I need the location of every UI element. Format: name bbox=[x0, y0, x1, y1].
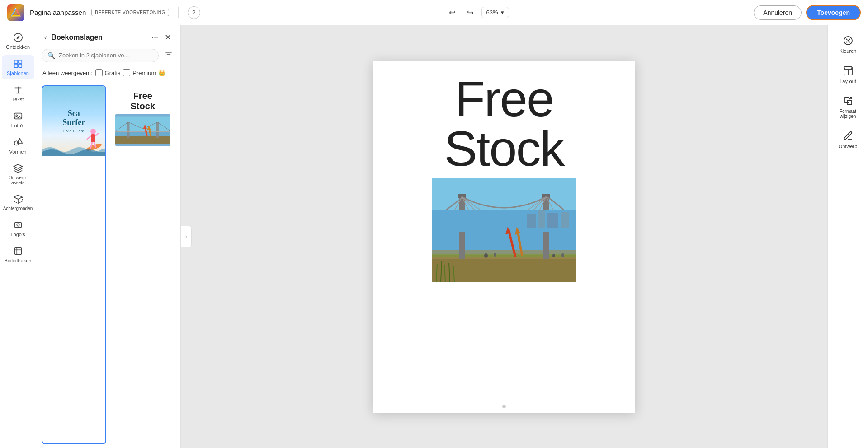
compass-icon bbox=[13, 33, 23, 42]
sidebar-label-sjablonen: Sjablonen bbox=[7, 70, 29, 76]
annuleren-button[interactable]: Annuleren bbox=[754, 5, 802, 20]
svg-rect-64 bbox=[527, 214, 536, 228]
premium-checkbox[interactable] bbox=[123, 69, 130, 76]
zoom-selector[interactable]: 63% ▾ bbox=[481, 7, 509, 18]
sidebar-label-achtergronden: Achtergronden bbox=[3, 206, 33, 211]
search-input-wrap: 🔍 bbox=[42, 49, 159, 62]
card-free-stock-content: FreeStock bbox=[112, 86, 175, 156]
templates-panel: ‹ Boekomslagen ··· ✕ 🔍 Alleen bbox=[36, 25, 181, 448]
sidebar-item-sjablonen[interactable]: Sjablonen bbox=[2, 55, 34, 79]
svg-rect-67 bbox=[561, 212, 569, 228]
sidebar-label-tekst: Tekst bbox=[12, 97, 24, 102]
svg-rect-65 bbox=[538, 210, 545, 228]
sidebar-label-fotos: Foto's bbox=[11, 123, 25, 128]
svg-point-85 bbox=[847, 40, 849, 42]
svg-point-82 bbox=[849, 39, 850, 40]
premium-crown-icon: 👑 bbox=[158, 70, 165, 76]
sidebar-item-achtergronden[interactable]: Achtergronden bbox=[2, 191, 34, 215]
svg-rect-26 bbox=[91, 134, 95, 142]
template-card-sea-surfer[interactable]: SeaSurfer Livia Dillard bbox=[42, 85, 106, 444]
sidebar-item-logos[interactable]: Logo's bbox=[2, 216, 34, 241]
panel-header-left: ‹ Boekomslagen bbox=[43, 33, 103, 42]
free-stock-image bbox=[115, 114, 171, 146]
panel-header: ‹ Boekomslagen ··· ✕ bbox=[36, 25, 180, 48]
gratis-checkbox[interactable] bbox=[95, 69, 103, 76]
filter-row: Alleen weergeven : Gratis Premium 👑 bbox=[36, 67, 180, 82]
premium-checkbox-label[interactable]: Premium 👑 bbox=[123, 69, 165, 76]
canvas-text-line1: Free bbox=[455, 71, 553, 126]
gratis-checkbox-label[interactable]: Gratis bbox=[95, 69, 121, 76]
svg-rect-92 bbox=[847, 100, 852, 105]
canvas-photo bbox=[432, 178, 576, 282]
svg-marker-14 bbox=[17, 139, 22, 143]
sidebar-label-ontwerp-assets: Ontwerp-assets bbox=[4, 175, 33, 185]
waves-decoration bbox=[42, 143, 105, 156]
gratis-label: Gratis bbox=[105, 70, 121, 76]
svg-point-25 bbox=[90, 129, 96, 134]
template-card-free-stock[interactable]: FreeStock bbox=[111, 85, 175, 444]
main: Ontdekken Sjablonen Tekst bbox=[0, 25, 868, 448]
svg-point-71 bbox=[484, 253, 488, 258]
undo-button[interactable]: ↩ bbox=[445, 5, 460, 20]
templates-grid: SeaSurfer Livia Dillard bbox=[36, 82, 180, 448]
panel-close-button[interactable]: ✕ bbox=[163, 32, 173, 43]
svg-point-73 bbox=[552, 254, 555, 257]
search-icon: 🔍 bbox=[47, 52, 55, 59]
svg-point-83 bbox=[846, 42, 847, 43]
svg-rect-4 bbox=[14, 60, 17, 63]
redo-button[interactable]: ↪ bbox=[463, 5, 478, 20]
sea-surfer-title: SeaSurfer bbox=[62, 109, 85, 127]
right-item-ontwerp[interactable]: Ontwerp bbox=[830, 126, 866, 154]
canvas-big-text: Free Stock bbox=[444, 74, 564, 173]
sidebar-label-bibliotheken: Bibliotheken bbox=[5, 258, 32, 263]
panel-header-right: ··· ✕ bbox=[150, 32, 173, 43]
toevoegen-button[interactable]: Toevoegen bbox=[806, 5, 861, 20]
sidebar-item-ontdekken[interactable]: Ontdekken bbox=[2, 29, 34, 53]
right-sidebar: Kleuren Lay-out Formaat wijzigen bbox=[827, 25, 868, 448]
svg-rect-18 bbox=[14, 248, 21, 255]
panel-back-button[interactable]: ‹ bbox=[43, 33, 47, 42]
svg-rect-91 bbox=[844, 98, 849, 102]
sidebar-item-ontwerp-assets[interactable]: Ontwerp-assets bbox=[2, 160, 34, 189]
libraries-icon bbox=[13, 246, 23, 256]
right-item-formaat-wijzigen[interactable]: Formaat wijzigen bbox=[830, 91, 866, 123]
text-icon bbox=[13, 85, 23, 95]
right-item-kleuren[interactable]: Kleuren bbox=[830, 31, 866, 58]
svg-point-84 bbox=[849, 42, 850, 43]
svg-rect-16 bbox=[14, 223, 21, 228]
design-assets-icon bbox=[13, 163, 23, 173]
svg-point-74 bbox=[561, 253, 564, 257]
preview-badge: BEPERKTE VOORVERTONING bbox=[91, 9, 169, 16]
svg-rect-32 bbox=[115, 116, 171, 132]
right-label-kleuren: Kleuren bbox=[840, 48, 857, 54]
divider bbox=[178, 7, 179, 18]
search-row: 🔍 bbox=[36, 48, 180, 67]
left-sidebar: Ontdekken Sjablonen Tekst bbox=[0, 25, 36, 448]
panel-menu-button[interactable]: ··· bbox=[150, 32, 160, 43]
sidebar-item-fotos[interactable]: Foto's bbox=[2, 107, 34, 132]
template-icon bbox=[13, 59, 23, 69]
page-title: Pagina aanpassen bbox=[30, 9, 86, 16]
topbar-center: ↩ ↪ 63% ▾ bbox=[445, 5, 509, 20]
sidebar-item-tekst[interactable]: Tekst bbox=[2, 81, 34, 106]
right-label-lay-out: Lay-out bbox=[840, 79, 856, 84]
svg-marker-3 bbox=[16, 36, 19, 39]
right-item-lay-out[interactable]: Lay-out bbox=[830, 61, 866, 89]
help-button[interactable]: ? bbox=[188, 6, 200, 19]
shapes-icon bbox=[13, 137, 23, 147]
canvas-toggle-button[interactable]: › bbox=[181, 226, 192, 247]
design-icon bbox=[843, 131, 854, 141]
sidebar-item-bibliotheken[interactable]: Bibliotheken bbox=[2, 243, 34, 267]
search-input[interactable] bbox=[59, 52, 153, 59]
svg-rect-35 bbox=[156, 122, 159, 138]
logos-icon bbox=[13, 220, 23, 230]
backgrounds-icon bbox=[13, 194, 23, 204]
free-stock-title: FreeStock bbox=[131, 91, 155, 112]
sidebar-label-vormen: Vormen bbox=[9, 149, 27, 154]
sidebar-label-ontdekken: Ontdekken bbox=[6, 44, 30, 50]
svg-point-72 bbox=[494, 253, 496, 257]
sidebar-item-vormen[interactable]: Vormen bbox=[2, 134, 34, 158]
zoom-chevron-icon: ▾ bbox=[501, 9, 504, 16]
layout-icon bbox=[843, 65, 854, 76]
filter-button[interactable] bbox=[162, 48, 175, 63]
